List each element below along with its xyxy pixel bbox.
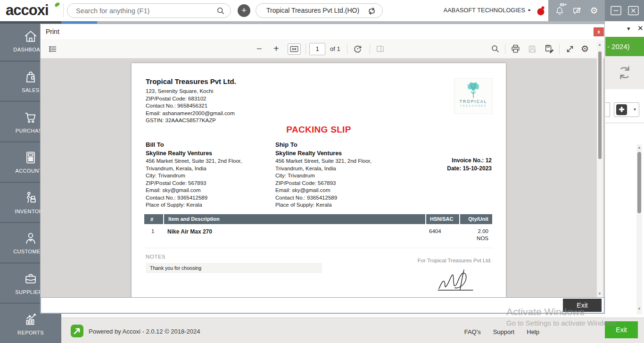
close-button[interactable] bbox=[627, 5, 639, 16]
messages-button[interactable] bbox=[572, 6, 582, 16]
pdf-scroll-up-icon[interactable]: ▲ bbox=[597, 42, 603, 47]
notification-badge: 99+ bbox=[560, 2, 566, 7]
bill-to-name: Skyline Realty Ventures bbox=[146, 150, 264, 157]
pdf-scrollbar-thumb[interactable] bbox=[598, 51, 602, 159]
notes-heading: NOTES bbox=[146, 254, 165, 259]
organization-name[interactable]: AABASOFT TECHNOLOGIES bbox=[444, 7, 525, 14]
background-scrollbar[interactable]: ▲ bbox=[636, 144, 642, 314]
add-icon[interactable]: ✚ bbox=[616, 104, 627, 115]
doc-company-line: 123, Serenity Square, Kochi bbox=[146, 88, 235, 95]
bill-to-line: 456 Market Street, Suite 321, 2nd Floor,… bbox=[146, 158, 264, 172]
pdf-scrollbar[interactable]: ▲ ▼ bbox=[597, 41, 603, 297]
zoom-out-button[interactable]: − bbox=[256, 39, 262, 59]
col-header-item: Item and Description bbox=[163, 214, 425, 224]
qty-value: 2.00 bbox=[459, 228, 488, 234]
cell-item: Nike Air Max 270 bbox=[163, 228, 425, 241]
collapse-caret-icon[interactable]: ▾ bbox=[627, 25, 630, 32]
pdf-viewer: Tropical Treasures Pvt Ltd. 123, Serenit… bbox=[41, 59, 604, 298]
ship-to-line: 456 Market Street, Suite 321, 2nd Floor,… bbox=[275, 158, 401, 172]
invoice-number: Invoice No.: 12 bbox=[447, 157, 492, 165]
help-link[interactable]: Help bbox=[527, 328, 539, 335]
switch-company-icon[interactable] bbox=[367, 7, 376, 16]
zoom-in-button[interactable]: + bbox=[273, 39, 279, 59]
outline-button[interactable] bbox=[48, 39, 58, 59]
toolbar-divider bbox=[305, 44, 306, 54]
dialog-exit-button[interactable]: Exit bbox=[563, 299, 602, 312]
doc-company-line: Email: ashanameer2000@gmail.com bbox=[146, 110, 235, 117]
document-page: Tropical Treasures Pvt Ltd. 123, Serenit… bbox=[132, 63, 506, 298]
table-header-row: # Item and Description HSN/SAC Qty/Unit bbox=[144, 214, 492, 224]
sidebar-item-label: REPORTS bbox=[17, 330, 44, 335]
notifications-button[interactable]: 99+ bbox=[555, 6, 564, 16]
signature-image bbox=[434, 268, 483, 294]
chat-icon bbox=[572, 6, 582, 16]
page-count-label: of 1 bbox=[330, 39, 340, 59]
fit-width-button[interactable] bbox=[288, 39, 301, 59]
briefcase-icon bbox=[23, 271, 38, 286]
organization-avatar[interactable] bbox=[534, 4, 548, 18]
page-number-field[interactable] bbox=[309, 39, 325, 59]
doc-company-line: Contact No.: 9658456321 bbox=[146, 102, 235, 110]
expand-button[interactable] bbox=[565, 39, 575, 59]
save-button[interactable] bbox=[528, 39, 537, 59]
print-dialog-header: Print x bbox=[41, 24, 604, 39]
invoice-date: Date: 15-10-2023 bbox=[447, 165, 492, 173]
toolbar-divider bbox=[559, 44, 560, 54]
page-number-input[interactable] bbox=[309, 43, 325, 55]
ship-to-heading: Ship To bbox=[275, 141, 401, 148]
minimize-button[interactable] bbox=[610, 5, 622, 16]
logo-text-line1: TROPICAL bbox=[454, 99, 492, 104]
print-dialog: Print x − + of 1 bbox=[40, 24, 605, 314]
app-exit-button[interactable]: Exit bbox=[605, 321, 638, 338]
unit-value: NOS bbox=[459, 235, 488, 241]
print-button[interactable] bbox=[511, 39, 520, 59]
doc-company-logo: TROPICAL TREASURES bbox=[454, 78, 493, 114]
pdf-scroll-down-icon[interactable]: ▼ bbox=[597, 292, 603, 296]
tab-close-icon[interactable]: ✕ bbox=[637, 24, 644, 33]
doc-company-name: Tropical Treasures Pvt Ltd. bbox=[146, 77, 236, 85]
doc-title: PACKING SLIP bbox=[132, 125, 506, 135]
ship-to-line: Place of Supply: Kerala bbox=[275, 201, 401, 209]
scroll-down-icon[interactable]: ▼ bbox=[636, 307, 642, 311]
tree-icon bbox=[463, 81, 484, 99]
search-icon[interactable] bbox=[216, 7, 225, 15]
shopping-bag-icon bbox=[23, 69, 38, 84]
pdf-settings-gear-icon[interactable]: ⚙ bbox=[581, 39, 589, 59]
ship-to-name: Skyline Realty Ventures bbox=[275, 150, 401, 157]
toolbar-divider bbox=[370, 44, 370, 54]
toolbar-divider bbox=[505, 44, 505, 54]
quick-add-button[interactable]: + bbox=[238, 4, 250, 17]
doc-company-line: GSTIN: 32AAACS8577KAZP bbox=[146, 117, 235, 125]
global-search[interactable] bbox=[67, 3, 231, 18]
organization-chevron-icon[interactable]: ▸ bbox=[528, 7, 531, 12]
support-link[interactable]: Support bbox=[493, 328, 515, 335]
calculator-icon bbox=[23, 150, 38, 165]
company-selector[interactable]: Tropical Treasures Pvt Ltd.(HO) bbox=[256, 3, 383, 18]
ship-to-line: Contact No.: 9365412589 bbox=[275, 194, 401, 202]
search-input[interactable] bbox=[76, 5, 208, 17]
notes-text: Thank you for choosing bbox=[146, 263, 322, 273]
add-split-button[interactable]: ✚ ▾ bbox=[614, 102, 639, 117]
cell-num: 1 bbox=[144, 228, 163, 241]
scrollbar-thumb[interactable] bbox=[637, 152, 641, 213]
settings-gear-icon[interactable]: ⚙ bbox=[590, 5, 598, 16]
refresh-block[interactable] bbox=[605, 56, 644, 89]
page-organize-button[interactable] bbox=[375, 39, 385, 59]
fiscal-year-button[interactable]: - 2024) bbox=[605, 37, 644, 56]
toolbar-divider bbox=[347, 44, 347, 54]
dialog-close-button[interactable]: x bbox=[594, 27, 604, 36]
logo-leaf-icon bbox=[54, 2, 60, 7]
pdf-search-button[interactable] bbox=[491, 39, 500, 59]
doc-company-line: ZIP/Postal Code: 683102 bbox=[146, 95, 235, 103]
home-icon bbox=[23, 29, 38, 44]
col-header-qty: Qty/Unit bbox=[459, 214, 492, 224]
sidebar-item-label: SALES bbox=[22, 87, 39, 93]
bell-icon bbox=[555, 6, 564, 16]
scroll-up-icon[interactable]: ▲ bbox=[636, 145, 642, 150]
col-header-num: # bbox=[144, 217, 163, 222]
faq-link[interactable]: FAQ's bbox=[464, 328, 481, 335]
save-as-button[interactable] bbox=[545, 39, 554, 59]
rotate-button[interactable] bbox=[353, 39, 363, 59]
add-caret-icon[interactable]: ▾ bbox=[634, 107, 636, 112]
powered-by-label: Powered by Accoxi - 2.0.12 © 2018-2024 bbox=[89, 328, 200, 335]
